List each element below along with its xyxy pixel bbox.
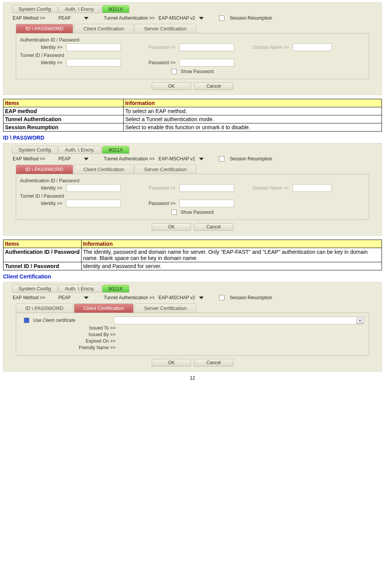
auth-identity-label: Identity >> — [20, 45, 64, 50]
t2-r1-item: Tunnel ID / Password — [3, 262, 82, 270]
use-client-cert-label: Use Client certificate — [31, 318, 114, 323]
info-table-1: ItemsInformation EAP methodTo select an … — [3, 99, 382, 132]
t2-r0-info: The identity, password and domain name f… — [81, 248, 382, 262]
screenshot-8021x-idpassword: System Config Auth. \ Encry. 8021X EAP M… — [3, 2, 382, 95]
tunnel-auth-label: Tunnel Authentication >> — [104, 15, 155, 21]
subtab-id-password[interactable]: ID \ PASSWORD — [16, 24, 73, 33]
subtab-server-cert[interactable]: Server Certification — [134, 303, 196, 313]
tab-auth-encry[interactable]: Auth. \ Encry. — [59, 285, 101, 293]
issued-to-label: Issued To >> — [20, 325, 119, 331]
show-password-checkbox[interactable] — [171, 69, 177, 74]
session-resumption-checkbox[interactable] — [219, 156, 224, 162]
tunnel-identity-input[interactable] — [66, 59, 121, 67]
session-resumption-label: Session Resumption — [230, 156, 272, 162]
t2-r0-item: Authentication ID / Password — [3, 248, 82, 262]
t1-r1-info: Select a Tunnel authentication mode. — [124, 115, 382, 123]
t1-r0-info: To select an EAP method. — [124, 107, 382, 115]
client-cert-select[interactable]: ▾ — [114, 316, 364, 324]
auth-domain-input[interactable] — [293, 43, 332, 51]
auth-password-label: Password >> — [133, 45, 177, 50]
page-number: 12 — [3, 375, 382, 381]
auth-identity-input[interactable] — [66, 43, 121, 51]
cancel-button[interactable]: Cancel — [194, 223, 233, 231]
tunnel-identity-input[interactable] — [66, 200, 121, 207]
cancel-button[interactable]: Cancel — [194, 359, 233, 366]
friendly-name-label: Friendly Name >> — [20, 345, 119, 350]
client-cert-dropdown-icon[interactable]: ▾ — [357, 318, 363, 324]
auth-password-input[interactable] — [179, 184, 234, 192]
tunnel-auth-value: EAP-MSCHAP v2 — [159, 156, 195, 162]
tab-auth-encry[interactable]: Auth. \ Encry. — [59, 146, 101, 154]
eap-method-label: EAP Method >> — [13, 15, 45, 21]
t1-r0-item: EAP method — [3, 107, 124, 115]
eap-method-value: PEAP — [49, 15, 80, 21]
tunnel-password-input[interactable] — [179, 200, 234, 207]
t1-r2-info: Select to enable this function or unmark… — [124, 123, 382, 132]
section-id-password: ID \ PASSWORD — [3, 135, 382, 141]
tab-8021x[interactable]: 8021X — [102, 5, 130, 13]
tunnel-auth-value: EAP-MSCHAP v2 — [159, 15, 195, 21]
t1-r2-item: Session Resumption — [3, 123, 124, 132]
group-tunnel-id-pw: Tunnel ID / Password — [20, 53, 365, 58]
subtab-client-cert[interactable]: Client Certification — [74, 165, 134, 174]
subtab-id-password[interactable]: ID \ PASSWORD — [16, 303, 73, 313]
show-password-label: Show Password — [181, 210, 214, 215]
screenshot-8021x-clientcert: System Config Auth. \ Encry. 8021X EAP M… — [3, 282, 382, 371]
eap-method-dropdown-icon[interactable] — [84, 17, 89, 20]
t2-h-info: Information — [81, 240, 382, 248]
subtab-server-cert[interactable]: Server Certification — [134, 24, 196, 33]
t2-h-items: Items — [3, 240, 82, 248]
tab-8021x[interactable]: 8021X — [102, 146, 130, 154]
auth-domain-input[interactable] — [293, 184, 332, 192]
tab-system-config[interactable]: System Config — [12, 146, 58, 154]
eap-method-value: PEAP — [49, 295, 80, 300]
tunnel-auth-label: Tunnel Authentication >> — [104, 295, 155, 300]
tunnel-auth-value: EAP-MSCHAP v2 — [159, 295, 195, 300]
tunnel-password-input[interactable] — [179, 59, 234, 67]
ok-button[interactable]: OK — [152, 359, 191, 366]
tunnel-auth-dropdown-icon[interactable] — [199, 17, 204, 20]
id-password-panel: Authentication ID / Password Identity >>… — [16, 174, 369, 220]
cancel-button[interactable]: Cancel — [194, 82, 233, 90]
t1-r1-item: Tunnel Authentication — [3, 115, 124, 123]
tunnel-password-label: Password >> — [133, 201, 177, 206]
auth-identity-input[interactable] — [66, 184, 121, 192]
t1-h-items: Items — [3, 99, 124, 107]
tunnel-auth-dropdown-icon[interactable] — [199, 158, 204, 160]
auth-domain-label: Domain Name >> — [246, 185, 290, 191]
subtab-client-cert[interactable]: Client Certification — [74, 24, 134, 33]
show-password-checkbox[interactable] — [171, 210, 177, 215]
subtab-server-cert[interactable]: Server Certification — [134, 165, 196, 174]
auth-domain-label: Domain Name >> — [246, 45, 290, 50]
auth-password-input[interactable] — [179, 43, 234, 51]
group-auth-id-pw: Authentication ID / Password — [20, 37, 365, 43]
tab-8021x[interactable]: 8021X — [102, 285, 130, 293]
ok-button[interactable]: OK — [152, 223, 191, 231]
auth-identity-label: Identity >> — [20, 185, 64, 191]
id-password-panel: Authentication ID / Password Identity >>… — [16, 33, 369, 79]
issued-by-label: Issued By >> — [20, 332, 119, 337]
session-resumption-label: Session Resumption — [230, 15, 272, 21]
tab-auth-encry[interactable]: Auth. \ Encry. — [59, 5, 101, 13]
use-client-cert-checkbox[interactable] — [24, 318, 29, 323]
ok-button[interactable]: OK — [152, 82, 191, 90]
client-cert-panel: Use Client certificate ▾ Issued To >> Is… — [16, 313, 369, 356]
tunnel-password-label: Password >> — [133, 60, 177, 65]
auth-password-label: Password >> — [133, 185, 177, 191]
subtab-client-cert[interactable]: Client Certification — [74, 303, 134, 313]
eap-method-dropdown-icon[interactable] — [84, 296, 89, 299]
eap-method-label: EAP Method >> — [13, 295, 45, 300]
session-resumption-checkbox[interactable] — [219, 295, 224, 300]
show-password-label: Show Password — [181, 69, 214, 74]
subtab-id-password[interactable]: ID \ PASSWORD — [16, 165, 73, 174]
tab-system-config[interactable]: System Config — [12, 285, 58, 293]
tunnel-auth-dropdown-icon[interactable] — [199, 296, 204, 299]
eap-method-dropdown-icon[interactable] — [84, 158, 89, 160]
tab-system-config[interactable]: System Config — [12, 5, 58, 13]
group-auth-id-pw: Authentication ID / Password — [20, 178, 365, 183]
session-resumption-checkbox[interactable] — [219, 15, 224, 21]
t2-r1-info: Identity and Password for server. — [81, 262, 382, 270]
t1-h-info: Information — [124, 99, 382, 107]
tunnel-identity-label: Identity >> — [20, 60, 64, 65]
group-tunnel-id-pw: Tunnel ID / Password — [20, 193, 365, 199]
